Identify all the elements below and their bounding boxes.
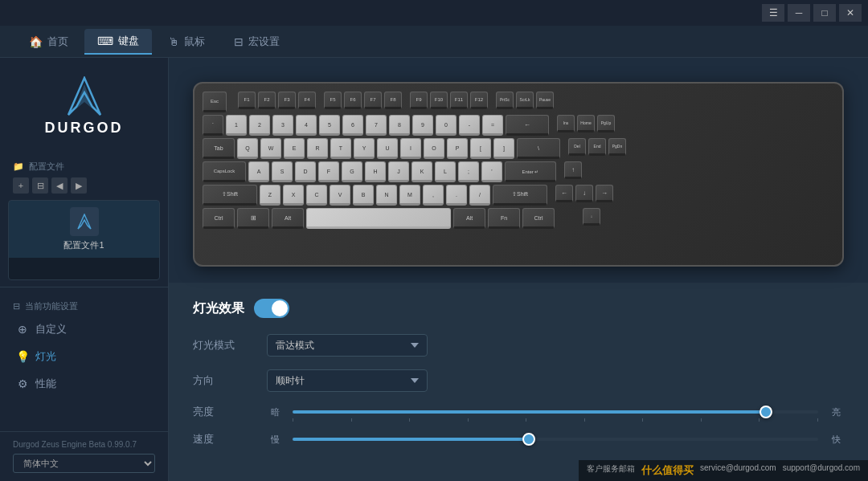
key-b[interactable]: B <box>353 185 374 206</box>
key-z[interactable]: Z <box>260 185 280 206</box>
key-4[interactable]: 4 <box>296 115 317 136</box>
key-rbracket[interactable]: ] <box>493 138 514 159</box>
key-end2[interactable]: ↓ <box>583 208 600 226</box>
key-q[interactable]: Q <box>237 138 258 159</box>
key-lwin[interactable]: ⊞ <box>237 208 269 229</box>
key-f4[interactable]: F4 <box>298 92 316 109</box>
key-7[interactable]: 7 <box>366 115 387 136</box>
sidebar-item-lighting[interactable]: 💡 灯光 <box>0 343 168 370</box>
key-backslash[interactable]: \ <box>517 138 560 159</box>
key-left[interactable]: ← <box>555 185 573 202</box>
key-f9[interactable]: F9 <box>410 92 428 109</box>
key-backtick[interactable]: ` <box>203 115 223 136</box>
key-enter[interactable]: Enter ↵ <box>505 161 556 182</box>
key-lalt[interactable]: Alt <box>272 208 304 229</box>
key-lbracket[interactable]: [ <box>470 138 491 159</box>
key-f5[interactable]: F5 <box>324 92 342 109</box>
key-l[interactable]: L <box>435 161 456 182</box>
key-5[interactable]: 5 <box>319 115 340 136</box>
key-rshift[interactable]: ⇧Shift <box>493 185 547 206</box>
sidebar-item-performance[interactable]: ⚙ 性能 <box>0 370 168 397</box>
key-fn[interactable]: Fn <box>488 208 520 229</box>
profile-item[interactable]: 配置文件1 <box>9 201 159 258</box>
key-pause[interactable]: Pause <box>536 92 554 109</box>
key-del[interactable]: Del <box>568 138 586 156</box>
speed-thumb[interactable] <box>522 433 535 446</box>
key-f8[interactable]: F8 <box>384 92 402 109</box>
close-button[interactable]: ✕ <box>839 4 862 22</box>
key-f2[interactable]: F2 <box>258 92 276 109</box>
nav-home[interactable]: 🏠 首页 <box>16 30 81 54</box>
key-6[interactable]: 6 <box>342 115 363 136</box>
key-home[interactable]: Home <box>577 115 595 132</box>
key-8[interactable]: 8 <box>389 115 410 136</box>
key-1[interactable]: 1 <box>226 115 247 136</box>
key-j[interactable]: J <box>388 161 409 182</box>
language-select[interactable]: 简体中文 English 繁體中文 <box>13 454 155 473</box>
key-h[interactable]: H <box>365 161 386 182</box>
key-x[interactable]: X <box>283 185 304 206</box>
key-3[interactable]: 3 <box>272 115 293 136</box>
key-space[interactable] <box>306 208 451 229</box>
key-ralt[interactable]: Alt <box>453 208 485 229</box>
key-u[interactable]: U <box>377 138 398 159</box>
key-minus[interactable]: - <box>459 115 480 136</box>
key-o[interactable]: O <box>424 138 444 159</box>
key-m[interactable]: M <box>399 185 420 206</box>
key-pgup[interactable]: PgUp <box>597 115 615 132</box>
key-f11[interactable]: F11 <box>450 92 468 109</box>
key-e[interactable]: E <box>284 138 305 159</box>
direction-select[interactable]: 顺时针 逆时针 <box>267 369 428 392</box>
key-p[interactable]: P <box>447 138 468 159</box>
key-y[interactable]: Y <box>354 138 375 159</box>
key-v[interactable]: V <box>330 185 350 206</box>
key-s[interactable]: S <box>272 161 293 182</box>
brightness-slider[interactable] <box>293 410 818 414</box>
speed-slider[interactable] <box>293 438 818 441</box>
mode-select[interactable]: 雷达模式 呼吸模式 静态模式 彩虹模式 波浪模式 <box>267 334 428 357</box>
key-comma[interactable]: , <box>423 185 444 206</box>
key-semicolon[interactable]: ; <box>458 161 479 182</box>
key-f7[interactable]: F7 <box>364 92 382 109</box>
key-right[interactable]: → <box>596 185 613 202</box>
key-f12[interactable]: F12 <box>470 92 488 109</box>
brightness-thumb[interactable] <box>760 406 772 418</box>
key-down[interactable]: ↓ <box>575 185 593 202</box>
key-quote[interactable]: ' <box>481 161 502 182</box>
key-pgdn[interactable]: PgDn <box>608 138 626 156</box>
key-2[interactable]: 2 <box>249 115 270 136</box>
key-r[interactable]: R <box>307 138 328 159</box>
minimize-button[interactable]: ─ <box>788 4 810 22</box>
key-capslock[interactable]: CapsLock <box>203 161 246 182</box>
key-backspace[interactable]: ← <box>506 115 549 136</box>
key-f1[interactable]: F1 <box>238 92 256 109</box>
key-0[interactable]: 0 <box>436 115 457 136</box>
key-up[interactable]: ↑ <box>564 161 582 179</box>
key-lctrl[interactable]: Ctrl <box>203 208 235 229</box>
key-period[interactable]: . <box>446 185 467 206</box>
next-profile-button[interactable]: ▶ <box>71 177 87 194</box>
lighting-toggle[interactable] <box>254 299 289 318</box>
key-ins[interactable]: Ins <box>557 115 575 132</box>
key-f[interactable]: F <box>318 161 339 182</box>
key-tab[interactable]: Tab <box>203 138 235 159</box>
key-9[interactable]: 9 <box>412 115 433 136</box>
key-d[interactable]: D <box>295 161 316 182</box>
key-i[interactable]: I <box>400 138 421 159</box>
key-k[interactable]: K <box>411 161 432 182</box>
key-end[interactable]: End <box>588 138 606 156</box>
prev-profile-button[interactable]: ◀ <box>51 177 68 194</box>
key-f10[interactable]: F10 <box>430 92 448 109</box>
key-n[interactable]: N <box>376 185 397 206</box>
nav-mouse[interactable]: 🖱 鼠标 <box>155 30 218 54</box>
key-f3[interactable]: F3 <box>278 92 296 109</box>
key-esc[interactable]: Esc <box>203 92 227 112</box>
key-c[interactable]: C <box>306 185 327 206</box>
sidebar-item-customize[interactable]: ⊕ 自定义 <box>0 316 168 343</box>
key-rctrl[interactable]: Ctrl <box>522 208 555 229</box>
key-g[interactable]: G <box>342 161 362 182</box>
key-w[interactable]: W <box>260 138 281 159</box>
key-equals[interactable]: = <box>482 115 503 136</box>
nav-macro[interactable]: ⊟ 宏设置 <box>221 30 293 54</box>
key-prtsc[interactable]: PrtSc <box>496 92 514 109</box>
